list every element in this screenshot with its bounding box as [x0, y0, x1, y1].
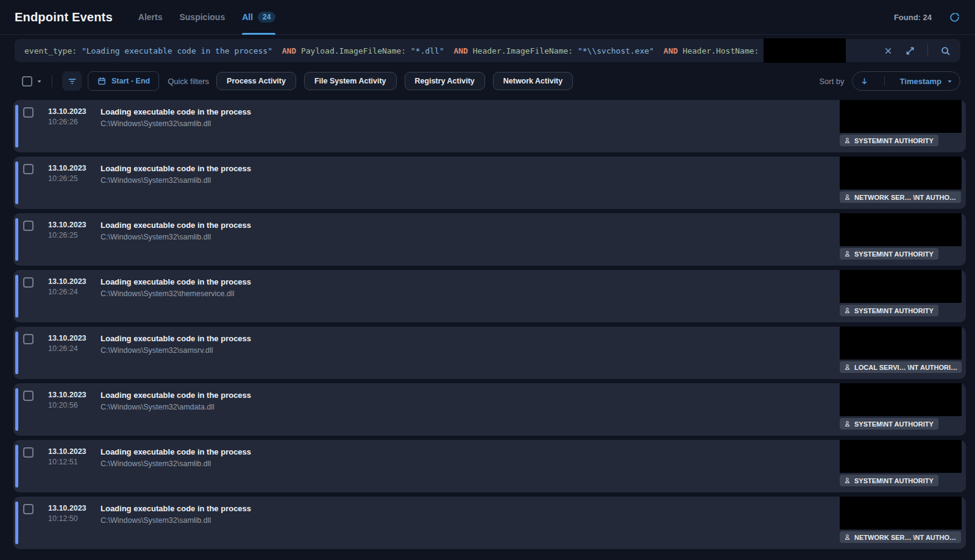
funnel-lines-icon [67, 76, 77, 87]
redacted-hostname-block [840, 157, 962, 190]
event-title: Loading executable code in the process [101, 447, 251, 456]
tab-label: Alerts [138, 12, 163, 22]
calendar-icon [97, 76, 107, 86]
user-badge-label: SYSTEM\NT AUTHORITY [854, 420, 934, 428]
person-icon [843, 420, 851, 428]
clear-query-icon[interactable] [884, 46, 893, 55]
pie-chart-icon[interactable] [949, 12, 960, 23]
event-timestamp: 13.10.2023 10:26:25 [48, 221, 94, 266]
event-path: C:\Windows\System32\amdata.dll [101, 403, 251, 411]
event-body: Loading executable code in the process C… [101, 334, 251, 379]
event-time: 10:12:50 [48, 514, 94, 523]
user-badge-label: LOCAL SERVI… \NT AUTHORI… [854, 364, 957, 371]
quick-filters: Process ActivityFile System ActivityRegi… [216, 72, 573, 90]
person-icon [843, 307, 851, 314]
event-row[interactable]: 13.10.2023 10:12:51 Loading executable c… [13, 440, 966, 492]
quick-filters-label: Quick filters [168, 77, 209, 86]
redacted-hostname-block [840, 383, 962, 416]
severity-accent-bar [15, 445, 18, 487]
event-body: Loading executable code in the process C… [101, 391, 251, 436]
user-badge-label: NETWORK SER… \NT AUTHO… [854, 534, 956, 541]
row-checkbox[interactable] [23, 164, 34, 174]
user-badge-label: NETWORK SER… \NT AUTHO… [854, 194, 956, 201]
user-badge: LOCAL SERVI… \NT AUTHORI… [840, 361, 962, 373]
quick-filter-registry-activity[interactable]: Registry Activity [405, 72, 485, 90]
event-timestamp: 13.10.2023 10:26:25 [48, 164, 94, 209]
event-row[interactable]: 13.10.2023 10:26:25 Loading executable c… [13, 213, 966, 266]
quick-filter-file-system-activity[interactable]: File System Activity [304, 72, 397, 90]
user-badge: SYSTEM\NT AUTHORITY [840, 418, 938, 430]
severity-accent-bar [15, 218, 18, 261]
event-host-user: LOCAL SERVI… \NT AUTHORI… [840, 327, 962, 379]
person-icon [843, 250, 851, 258]
event-row[interactable]: 13.10.2023 10:26:24 Loading executable c… [13, 270, 966, 322]
event-title: Loading executable code in the process [101, 221, 251, 230]
event-time: 10:26:24 [48, 344, 94, 353]
event-host-user: SYSTEM\NT AUTHORITY [840, 383, 962, 436]
select-all-caret-icon[interactable] [37, 79, 42, 84]
expand-query-icon[interactable] [905, 46, 915, 56]
sort-direction-icon[interactable] [860, 77, 869, 86]
filter-button[interactable] [62, 71, 82, 91]
search-icon[interactable] [940, 46, 951, 56]
event-path: C:\Windows\System32\samlib.dll [101, 459, 251, 468]
row-checkbox[interactable] [23, 391, 34, 401]
tab-alerts[interactable]: Alerts [138, 0, 163, 35]
query-token-string: "Loading executable code in the process" [82, 46, 272, 55]
event-body: Loading executable code in the process C… [101, 164, 251, 209]
tab-all[interactable]: All24 [242, 0, 275, 35]
redacted-hostname-block [840, 270, 962, 303]
sort-pill[interactable]: Timestamp [852, 71, 960, 91]
event-row[interactable]: 13.10.2023 10:12:50 Loading executable c… [13, 497, 966, 549]
redacted-hostname-block [840, 213, 962, 246]
row-checkbox[interactable] [23, 277, 34, 288]
event-path: C:\Windows\System32\themeservice.dll [101, 289, 251, 298]
date-range-button[interactable]: Start - End [88, 71, 159, 91]
user-badge: SYSTEM\NT AUTHORITY [840, 475, 938, 486]
row-checkbox[interactable] [23, 107, 34, 118]
query-actions [884, 44, 951, 57]
event-title: Loading executable code in the process [101, 277, 251, 286]
row-checkbox[interactable] [23, 504, 34, 514]
event-row[interactable]: 13.10.2023 10:26:24 Loading executable c… [13, 327, 966, 379]
event-timestamp: 13.10.2023 10:20:56 [48, 391, 94, 436]
event-body: Loading executable code in the process C… [101, 277, 251, 322]
row-checkbox[interactable] [23, 447, 34, 458]
event-time: 10:20:56 [48, 401, 94, 409]
select-all-checkbox[interactable] [22, 76, 32, 87]
query-text[interactable]: event_type: "Loading executable code in … [24, 38, 846, 63]
event-body: Loading executable code in the process C… [101, 447, 251, 492]
event-title: Loading executable code in the process [101, 334, 251, 343]
redacted-hostname-block [840, 497, 962, 530]
event-host-user: SYSTEM\NT AUTHORITY [840, 100, 962, 152]
row-checkbox[interactable] [23, 334, 34, 344]
event-time: 10:26:25 [48, 174, 94, 183]
event-row[interactable]: 13.10.2023 10:26:25 Loading executable c… [13, 157, 966, 209]
quick-filter-network-activity[interactable]: Network Activity [493, 72, 573, 90]
event-host-user: NETWORK SER… \NT AUTHO… [840, 157, 962, 209]
query-bar[interactable]: event_type: "Loading executable code in … [15, 39, 960, 62]
row-checkbox[interactable] [23, 221, 34, 231]
event-time: 10:12:51 [48, 458, 94, 466]
event-body: Loading executable code in the process C… [101, 221, 251, 266]
person-icon [843, 363, 851, 371]
quick-filter-process-activity[interactable]: Process Activity [216, 72, 296, 90]
severity-accent-bar [15, 161, 18, 204]
query-token-field: Payload.ImageFileName: [301, 46, 411, 55]
sort-field[interactable]: Timestamp [900, 77, 941, 86]
event-row[interactable]: 13.10.2023 10:20:56 Loading executable c… [13, 383, 966, 436]
event-row[interactable]: 13.10.2023 10:26:26 Loading executable c… [13, 100, 966, 152]
event-path: C:\Windows\System32\samlib.dll [101, 176, 251, 185]
event-title: Loading executable code in the process [101, 107, 251, 116]
found-count: Found: 24 [894, 13, 932, 22]
event-host-user: NETWORK SER… \NT AUTHO… [840, 497, 962, 549]
sort-caret-icon [947, 79, 952, 84]
query-token-field: event_type: [24, 46, 82, 55]
tab-suspicious[interactable]: Suspicious [179, 0, 225, 35]
user-badge-label: SYSTEM\NT AUTHORITY [854, 250, 934, 258]
event-date: 13.10.2023 [48, 447, 94, 456]
event-time: 10:26:25 [48, 231, 94, 239]
event-date: 13.10.2023 [48, 107, 94, 116]
sort-by-label: Sort by [819, 77, 844, 86]
sort-control: Sort by Timestamp [819, 71, 960, 91]
